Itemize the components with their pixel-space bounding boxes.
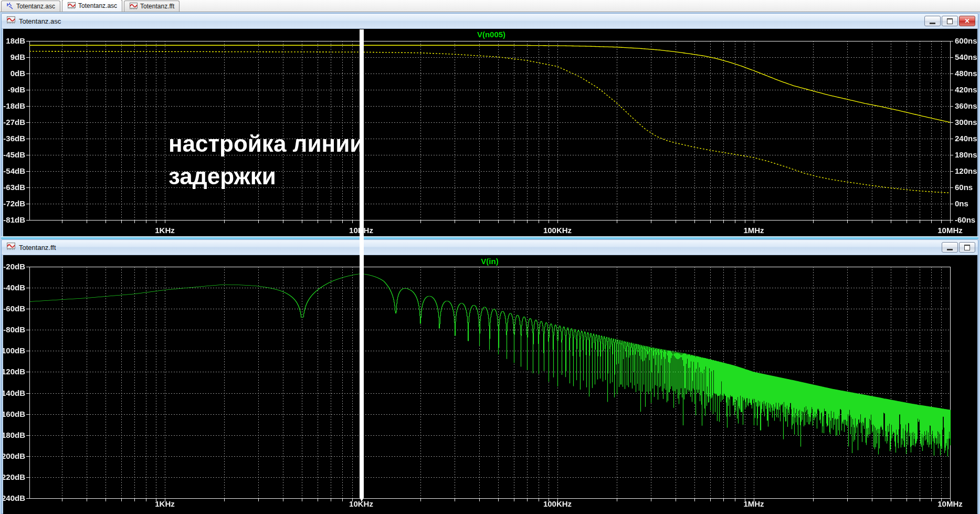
minimize-icon xyxy=(930,23,935,24)
trace-label-vn005[interactable]: V(n005) xyxy=(473,30,510,39)
restore-icon xyxy=(947,18,953,24)
waveform-icon xyxy=(6,243,15,252)
waveform-icon xyxy=(129,3,138,10)
fft-plot-canvas[interactable] xyxy=(3,255,977,514)
window-title: Totentanz.fft xyxy=(19,244,56,251)
restore-icon xyxy=(964,245,970,250)
bottom-window-titlebar[interactable]: Totentanz.fft xyxy=(2,240,978,255)
window-title: Totentanz.asc xyxy=(19,17,61,25)
trace-label-vin[interactable]: V(in) xyxy=(475,257,504,266)
restore-button[interactable] xyxy=(942,16,958,26)
close-button[interactable]: ✕ xyxy=(959,16,975,26)
annotation-line-2: задержки xyxy=(168,160,364,193)
tab-label: Totentanz.asc xyxy=(16,3,55,10)
restore-button[interactable] xyxy=(959,242,975,253)
annotation-text: настройка линии задержки xyxy=(168,128,364,193)
top-plot-client xyxy=(3,29,976,237)
fft-plot-client xyxy=(3,255,976,513)
schematic-icon xyxy=(6,3,14,10)
tab-label: Totentanz.asc xyxy=(78,2,117,9)
annotation-line-1: настройка линии xyxy=(168,128,364,160)
bode-plot-canvas[interactable] xyxy=(3,29,977,237)
tab-totentanz-asc-schematic[interactable]: Totentanz.asc xyxy=(1,1,60,12)
close-icon: ✕ xyxy=(964,17,970,25)
tab-totentanz-fft[interactable]: Totentanz.fft xyxy=(124,1,180,12)
tab-bar: Totentanz.asc Totentanz.asc Totentanz.ff… xyxy=(0,0,980,12)
window-totentanz-fft: Totentanz.fft xyxy=(1,239,978,514)
waveform-icon xyxy=(6,16,15,26)
minimize-button[interactable] xyxy=(924,16,941,26)
waveform-icon xyxy=(67,2,76,9)
tab-label: Totentanz.fft xyxy=(140,3,174,10)
window-totentanz-asc-plot: Totentanz.asc ✕ xyxy=(1,13,978,239)
tab-totentanz-asc-waveform[interactable]: Totentanz.asc xyxy=(62,0,122,12)
top-window-titlebar[interactable]: Totentanz.asc ✕ xyxy=(2,14,978,29)
cursor-annotation-line xyxy=(360,29,364,498)
minimize-icon xyxy=(947,249,953,250)
minimize-button[interactable] xyxy=(942,242,958,253)
